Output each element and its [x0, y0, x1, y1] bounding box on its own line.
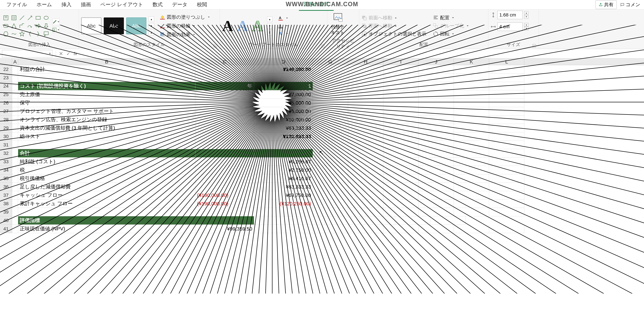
cell-B23[interactable] [18, 74, 195, 82]
wa-gallery-down[interactable]: ▾ [267, 23, 272, 29]
cell-A25[interactable] [12, 90, 18, 99]
cell-B38[interactable]: 累計キャッシュ フロー [18, 199, 195, 208]
cell-C39[interactable] [195, 208, 254, 216]
cell-G41[interactable] [313, 225, 348, 233]
row-header-29[interactable]: 29 [0, 124, 12, 132]
row-header-33[interactable]: 33 [0, 158, 12, 166]
cell-L26[interactable] [489, 99, 524, 107]
cell-L22[interactable] [489, 65, 524, 74]
cell-C41[interactable]: ¥99,359.50 [195, 225, 254, 233]
text-box-button[interactable]: A [52, 27, 60, 33]
cell-G22[interactable] [313, 65, 348, 74]
cell-I27[interactable] [383, 107, 418, 116]
cell-J33[interactable] [418, 158, 454, 166]
cell-B34[interactable]: 税 [18, 166, 195, 174]
row-header-38[interactable]: 38 [0, 199, 12, 208]
cell-A26[interactable] [12, 99, 18, 107]
cell-A34[interactable] [12, 166, 18, 174]
shape-fill-button[interactable]: 図形の塗りつぶし [160, 14, 210, 20]
cell-C31[interactable] [195, 141, 254, 149]
cell-H28[interactable] [348, 116, 383, 124]
width-up[interactable]: ▴ [524, 23, 528, 27]
cell-G31[interactable] [313, 141, 348, 149]
cell-A28[interactable] [12, 116, 18, 124]
cell-C33[interactable] [195, 158, 254, 166]
cell-K24[interactable] [454, 82, 489, 90]
cell-H36[interactable] [348, 183, 383, 191]
cell-I28[interactable] [383, 116, 418, 124]
cell-I35[interactable] [383, 174, 418, 183]
cell-J30[interactable] [418, 132, 454, 141]
style-swatch-3[interactable]: Abc [126, 18, 146, 34]
cell-D27[interactable]: ¥5,000.00 [254, 107, 313, 116]
cell-K28[interactable] [454, 116, 489, 124]
col-header-L[interactable]: L [489, 59, 524, 65]
cell-B27[interactable]: プロジェクト管理、カスタマー サポート [18, 107, 195, 116]
tab-review[interactable]: 校閲 [192, 0, 212, 11]
cell-D32[interactable] [254, 149, 313, 158]
cell-C27[interactable] [195, 107, 254, 116]
cell-D31[interactable] [254, 141, 313, 149]
col-header-I[interactable]: I [383, 59, 418, 65]
cell-G30[interactable] [313, 132, 348, 141]
col-header-B[interactable]: B [18, 59, 195, 65]
cell-A32[interactable] [12, 149, 18, 158]
cell-J37[interactable] [418, 191, 454, 199]
cell-A24[interactable] [12, 82, 18, 90]
cell-L41[interactable] [489, 225, 524, 233]
cell-B41[interactable]: 正味現在価値 (NPV) [18, 225, 195, 233]
shape-callout[interactable] [43, 30, 50, 38]
tab-formulas[interactable]: 数式 [148, 0, 167, 11]
row-header-41[interactable]: 41 [0, 225, 12, 233]
cell-J41[interactable] [418, 225, 454, 233]
cell-A29[interactable] [12, 124, 18, 132]
cell-K30[interactable] [454, 132, 489, 141]
shape-arrow-line[interactable] [26, 14, 34, 21]
cell-K41[interactable] [454, 225, 489, 233]
cell-H35[interactable] [348, 174, 383, 183]
text-fill-button[interactable]: A [278, 16, 288, 21]
cell-G34[interactable] [313, 166, 348, 174]
cell-D38[interactable]: (¥120,250.00) [254, 199, 313, 208]
cell-I34[interactable] [383, 166, 418, 174]
cell-G25[interactable] [313, 90, 348, 99]
cell-L23[interactable] [489, 74, 524, 82]
col-header-A[interactable]: A [12, 59, 18, 65]
dialog-launcher-styles[interactable]: ⤡ [214, 44, 217, 48]
cell-K22[interactable] [454, 65, 489, 74]
cell-J40[interactable] [360, 216, 395, 225]
cell-L40[interactable] [430, 216, 466, 225]
cell-L24[interactable] [489, 82, 524, 90]
cell-K31[interactable] [454, 141, 489, 149]
select-all-corner[interactable] [0, 59, 12, 65]
cell-C23[interactable] [195, 74, 254, 82]
cell-L34[interactable] [489, 166, 524, 174]
gallery-down[interactable]: ▾ [149, 23, 154, 29]
fx-label[interactable]: fx [74, 51, 77, 56]
cell-C30[interactable] [195, 132, 254, 141]
gallery-more[interactable]: ⊻ [149, 30, 154, 35]
cancel-formula-button[interactable]: ✕ [57, 50, 64, 58]
cell-A38[interactable] [12, 199, 18, 208]
cell-H33[interactable] [348, 158, 383, 166]
cell-J26[interactable] [418, 99, 454, 107]
cell-B37[interactable]: キャッシュ フロー [18, 191, 195, 199]
cell-D24[interactable]: 1 [254, 82, 313, 90]
wa-gallery-up[interactable]: ▴ [267, 17, 272, 22]
shape-down-arrow[interactable] [43, 22, 50, 29]
cell-J22[interactable] [418, 65, 454, 74]
cell-J36[interactable] [418, 183, 454, 191]
cell-C32[interactable] [195, 149, 254, 158]
shape-textbox[interactable] [2, 14, 10, 21]
style-swatch-2[interactable]: Abc [104, 18, 124, 34]
cell-J34[interactable] [418, 166, 454, 174]
row-header-37[interactable]: 37 [0, 191, 12, 199]
cell-J23[interactable] [418, 74, 454, 82]
cell-K35[interactable] [454, 174, 489, 183]
comment-button[interactable]: コメン [618, 0, 642, 9]
cell-G40[interactable] [254, 216, 289, 225]
share-button[interactable]: 共有 [596, 0, 617, 9]
height-up[interactable]: ▴ [524, 11, 528, 15]
text-effects-button[interactable]: A [278, 31, 288, 36]
cell-J29[interactable] [418, 124, 454, 132]
